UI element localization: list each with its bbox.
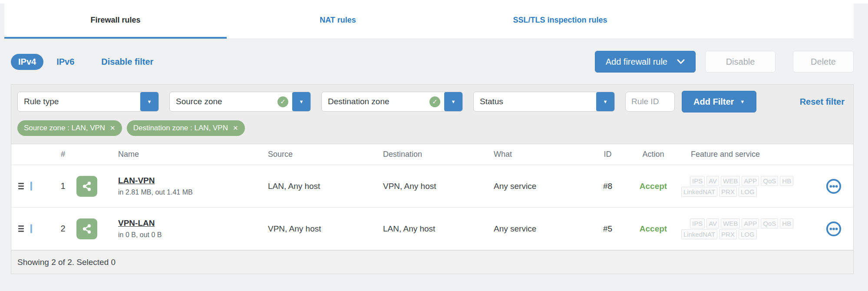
column-header-feature-and-service: Feature and service [680, 150, 814, 159]
add-filter-button[interactable]: Add Filter ▼ [682, 91, 756, 112]
caret-down-icon: ▼ [444, 92, 462, 111]
filter-row: Rule type ▼ Source zone ✓ ▼ Destination … [17, 91, 846, 112]
column-header-action: Action [626, 150, 680, 159]
disable-button[interactable]: Disable [705, 51, 776, 73]
filter-panel: Rule type ▼ Source zone ✓ ▼ Destination … [11, 84, 854, 144]
chip-label: Source zone : LAN, VPN [24, 124, 105, 132]
table-header-row: # Name Source Destination What ID Action… [11, 144, 853, 165]
tab-label: NAT rules [320, 16, 356, 25]
reset-filter-link[interactable]: Reset filter [800, 97, 845, 107]
column-header-source: Source [259, 150, 374, 159]
feature-badge: LinkedNAT [681, 187, 717, 197]
share-icon [76, 218, 97, 239]
rule-traffic-stats: in 0 B, out 0 B [118, 231, 259, 239]
check-circle-icon: ✓ [277, 96, 288, 107]
feature-badge: AV [706, 176, 719, 186]
feature-badges: IPSAVWEBAPPQoSHB LinkedNATPRXLOG [680, 220, 794, 238]
row-checkbox[interactable] [30, 182, 32, 191]
source-zone-dropdown[interactable]: Source zone ✓ ▼ [169, 92, 311, 112]
rule-id: #8 [589, 182, 626, 191]
delete-button[interactable]: Delete [793, 51, 854, 73]
ipv4-toggle[interactable]: IPv4 [11, 54, 43, 70]
column-header-id: ID [589, 150, 626, 159]
feature-badge: AV [706, 218, 719, 228]
dropdown-label: Rule type [18, 97, 140, 106]
rule-action: Accept [626, 182, 680, 191]
caret-down-icon: ▼ [140, 92, 158, 111]
chip-label: Destination zone : LAN, VPN [133, 124, 228, 132]
feature-badge: WEB [721, 176, 740, 186]
chevron-down-icon [677, 59, 685, 64]
destination-zone-dropdown[interactable]: Destination zone ✓ ▼ [321, 92, 463, 112]
rule-name-link[interactable]: VPN-LAN [118, 218, 155, 228]
rule-id: #5 [589, 224, 626, 234]
column-header-what: What [485, 150, 589, 159]
filter-chip-destination-zone: Destination zone : LAN, VPN ✕ [127, 120, 245, 136]
feature-badge: PRX [719, 187, 737, 197]
rule-destination: LAN, Any host [374, 224, 485, 234]
column-header-destination: Destination [374, 150, 485, 159]
feature-badge: HB [780, 176, 793, 186]
active-filter-chips: Source zone : LAN, VPN ✕ Destination zon… [17, 120, 846, 136]
feature-badge: LOG [739, 229, 757, 239]
feature-badge: QoS [761, 218, 778, 228]
caret-down-icon: ▼ [740, 99, 745, 104]
toolbar: IPv4 IPv6 Disable filter Add firewall ru… [0, 39, 868, 84]
tab-ssl-tls-inspection-rules[interactable]: SSL/TLS inspection rules [449, 3, 671, 39]
rule-name-link[interactable]: LAN-VPN [118, 176, 155, 185]
feature-badge: HB [780, 218, 793, 228]
rule-action: Accept [626, 224, 680, 234]
rule-source: VPN, Any host [259, 224, 374, 234]
add-firewall-rule-label: Add firewall rule [606, 57, 667, 67]
close-icon[interactable]: ✕ [233, 124, 238, 132]
status-dropdown[interactable]: Status ▼ [473, 92, 615, 112]
caret-down-icon: ▼ [292, 92, 310, 111]
feature-badge: QoS [761, 176, 778, 186]
close-icon[interactable]: ✕ [110, 124, 116, 132]
dropdown-label: Source zone [170, 97, 277, 106]
ipv6-toggle[interactable]: IPv6 [56, 57, 74, 67]
feature-badge: IPS [690, 218, 705, 228]
column-header-number: # [52, 150, 74, 159]
rule-type-dropdown[interactable]: Rule type ▼ [17, 92, 159, 112]
tab-nat-rules[interactable]: NAT rules [227, 3, 449, 39]
add-filter-label: Add Filter [693, 97, 734, 107]
feature-badge: PRX [719, 229, 737, 239]
drag-handle-icon[interactable] [11, 225, 30, 232]
row-checkbox[interactable] [30, 224, 32, 233]
rule-destination: VPN, Any host [374, 182, 485, 191]
feature-badge: WEB [721, 218, 740, 228]
feature-badge: APP [742, 176, 759, 186]
column-header-name: Name [109, 150, 259, 159]
tab-label: Firewall rules [90, 16, 140, 25]
feature-badge: LinkedNAT [681, 229, 717, 239]
filter-chip-source-zone: Source zone : LAN, VPN ✕ [17, 120, 122, 136]
rule-id-input[interactable] [625, 92, 675, 112]
row-number: 1 [52, 181, 74, 191]
row-number: 2 [52, 224, 74, 234]
firewall-rules-table: # Name Source Destination What ID Action… [11, 144, 854, 274]
feature-badge: IPS [690, 176, 705, 186]
tab-label: SSL/TLS inspection rules [513, 16, 607, 25]
table-footer: Showing 2 of 2. Selected 0 [11, 250, 853, 274]
row-more-menu-button[interactable] [814, 178, 853, 195]
table-row: 2 VPN-LAN in 0 B, out 0 B VPN, Any host … [11, 208, 853, 250]
share-icon [76, 176, 97, 197]
caret-down-icon: ▼ [596, 92, 614, 111]
rule-what: Any service [485, 182, 589, 191]
add-firewall-rule-button[interactable]: Add firewall rule [595, 51, 696, 73]
table-row: 1 LAN-VPN in 2.81 MB, out 1.41 MB LAN, A… [11, 165, 853, 208]
check-circle-icon: ✓ [429, 96, 440, 107]
tab-bar: Firewall rules NAT rules SSL/TLS inspect… [4, 3, 854, 39]
drag-handle-icon[interactable] [11, 183, 30, 189]
rule-source: LAN, Any host [259, 182, 374, 191]
rule-traffic-stats: in 2.81 MB, out 1.41 MB [118, 188, 259, 196]
feature-badges: IPSAVWEBAPPQoSHB LinkedNATPRXLOG [680, 177, 794, 195]
dropdown-label: Status [474, 97, 596, 106]
row-more-menu-button[interactable] [814, 221, 853, 237]
showing-status-text: Showing 2 of 2. Selected 0 [17, 258, 116, 267]
dropdown-label: Destination zone [322, 97, 429, 106]
tab-firewall-rules[interactable]: Firewall rules [4, 3, 227, 39]
disable-filter-link[interactable]: Disable filter [101, 57, 153, 67]
rule-what: Any service [485, 224, 589, 234]
